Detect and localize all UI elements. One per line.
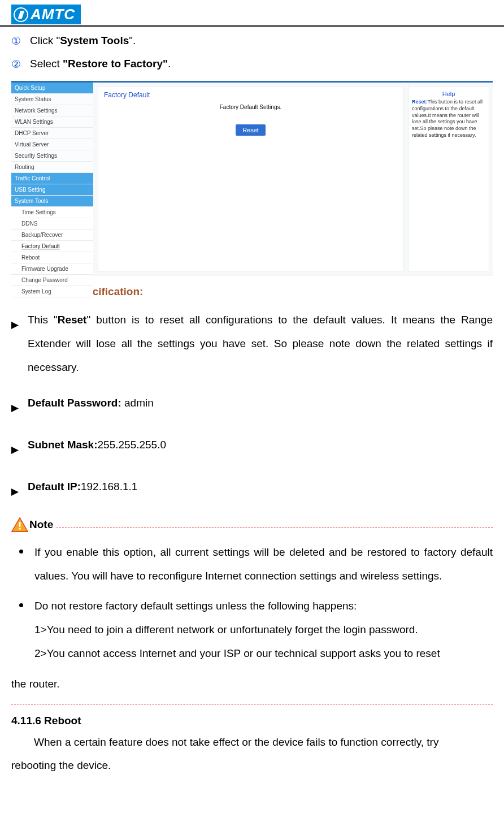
svg-rect-5: [19, 522, 21, 526]
sidebar-item-dhcp-server[interactable]: DHCP Server: [11, 128, 93, 139]
svg-marker-3: [11, 488, 19, 496]
sidebar-item-quick-setup[interactable]: Quick Setup: [11, 83, 93, 94]
svg-marker-2: [11, 447, 19, 454]
sidebar-item-ddns[interactable]: DDNS: [11, 218, 93, 230]
param-item-reset: This "Reset" button is to reset all conf…: [11, 308, 493, 379]
svg-marker-0: [11, 322, 19, 329]
page-content: ① Click "System Tools". ② Select "Restor…: [0, 34, 504, 777]
help-text: Reset:This button is to reset all config…: [412, 99, 485, 139]
sidebar-item-security-settings[interactable]: Security Settings: [11, 150, 93, 162]
router-help-panel: Help Reset:This button is to reset all c…: [408, 86, 489, 271]
sidebar-item-wlan-settings[interactable]: WLAN Settings: [11, 116, 93, 128]
header-bar: AMTC: [0, 0, 504, 27]
warning-icon: [11, 517, 28, 533]
note-trailing-line: the router.: [11, 672, 493, 696]
parameters-list: This "Reset" button is to reset all conf…: [11, 308, 493, 504]
reset-button[interactable]: Reset: [236, 124, 266, 136]
section-heading-reboot: 4.11.6 Reboot: [11, 715, 493, 727]
note-bullet-list: If you enable this option, all current s…: [11, 540, 493, 665]
note-dash-line: [57, 526, 493, 527]
sidebar-item-virtual-server[interactable]: Virtual Server: [11, 139, 93, 150]
sidebar-item-system-tools[interactable]: System Tools: [11, 196, 93, 207]
sidebar-item-system-log[interactable]: System Log: [11, 286, 93, 297]
step-1-text: Click "System Tools".: [30, 34, 136, 47]
sidebar-item-change-password[interactable]: Change Password: [11, 275, 93, 286]
section-body-line2: rebooting the device.: [11, 754, 493, 777]
bullet-icon: [19, 603, 23, 607]
step-number-1: ①: [11, 34, 21, 47]
note-label: Note: [29, 518, 53, 531]
help-title: Help: [412, 90, 485, 98]
section-body-line1: When a certain feature does not take eff…: [34, 730, 493, 754]
param-item-subnet: Subnet Mask:255.255.255.0: [11, 433, 493, 462]
step-number-2: ②: [11, 58, 21, 71]
sidebar-item-network-settings[interactable]: Network Settings: [11, 105, 93, 116]
note-item-1: If you enable this option, all current s…: [11, 540, 493, 588]
bullet-icon: [19, 550, 23, 553]
sidebar-item-reboot[interactable]: Reboot: [11, 252, 93, 263]
sidebar-item-usb-setting[interactable]: USB Setting: [11, 184, 93, 196]
sidebar-item-time-settings[interactable]: Time Settings: [11, 207, 93, 218]
sidebar-item-system-status[interactable]: System Status: [11, 94, 93, 105]
sidebar-item-backup-recover[interactable]: Backup/Recover: [11, 230, 93, 241]
dash-separator: [11, 704, 493, 704]
router-screenshot: Quick Setup System Status Network Settin…: [11, 81, 493, 275]
step-2: ② Select "Restore to Factory".: [11, 58, 493, 71]
param-item-ip: Default IP:192.168.1.1: [11, 475, 493, 504]
note-header: Note: [11, 517, 493, 533]
sidebar-item-factory-default[interactable]: Factory Default: [11, 241, 93, 252]
param-item-password: Default Password: admin: [11, 391, 493, 421]
note-item-2: Do not restore factory default settings …: [11, 594, 493, 665]
step-2-text: Select "Restore to Factory".: [30, 58, 171, 70]
router-main-panel: Factory Default Factory Default Settings…: [98, 86, 403, 271]
sidebar-item-traffic-control[interactable]: Traffic Control: [11, 173, 93, 184]
chevron-right-icon: [11, 397, 19, 421]
svg-rect-6: [19, 527, 21, 529]
chevron-right-icon: [11, 314, 19, 338]
sidebar-item-firmware-upgrade[interactable]: Firmware Upgrade: [11, 263, 93, 275]
router-panel-title: Factory Default: [104, 91, 397, 100]
brand-logo-icon: [14, 7, 28, 22]
router-panel-subtitle: Factory Default Settings.: [104, 103, 397, 111]
router-sidebar: Quick Setup System Status Network Settin…: [11, 83, 93, 275]
step-1: ① Click "System Tools".: [11, 34, 493, 47]
svg-marker-1: [11, 405, 19, 412]
brand-logo: AMTC: [11, 5, 81, 24]
chevron-right-icon: [11, 481, 19, 504]
brand-logo-text: AMTC: [31, 6, 75, 23]
sidebar-item-routing[interactable]: Routing: [11, 162, 93, 173]
chevron-right-icon: [11, 439, 19, 462]
